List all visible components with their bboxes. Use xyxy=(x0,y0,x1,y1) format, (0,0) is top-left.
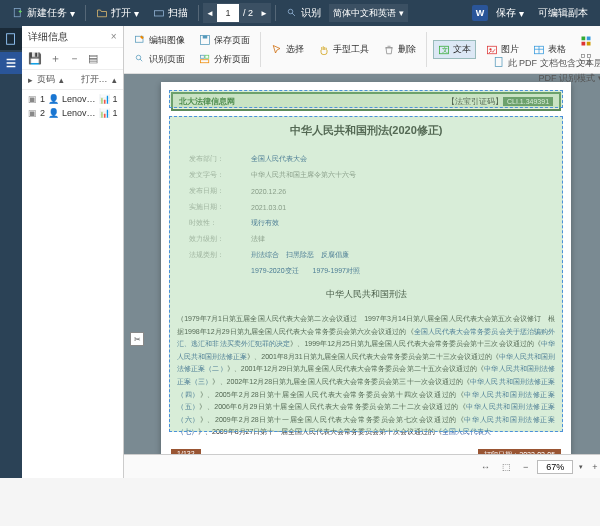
plus-doc-icon xyxy=(12,7,24,19)
text-area-button[interactable]: 文文本 xyxy=(433,40,476,59)
select-label: 选择 xyxy=(286,43,304,56)
list-icon xyxy=(4,56,18,70)
svg-rect-0 xyxy=(14,9,20,17)
delete-button[interactable]: 删除 xyxy=(379,41,420,58)
footer-date: 打印日期：2023-03-05 xyxy=(478,449,561,454)
prev-page-button[interactable]: ◄ xyxy=(203,9,217,18)
row-expand-icon: ▣ xyxy=(27,94,37,104)
order-icon xyxy=(580,35,592,47)
scanner-icon xyxy=(153,7,165,19)
order-button[interactable] xyxy=(576,33,596,49)
save-page-label: 保存页面 xyxy=(214,34,250,47)
pages-strip-button[interactable] xyxy=(0,28,22,50)
language-select[interactable]: 简体中文和英语 ▾ xyxy=(329,4,408,22)
svg-rect-24 xyxy=(495,58,502,67)
doc-icon xyxy=(493,56,505,68)
svg-point-14 xyxy=(489,48,491,50)
svg-rect-18 xyxy=(581,41,585,45)
trash-icon xyxy=(383,44,395,56)
zoom-in-button[interactable]: + xyxy=(589,462,600,472)
ocr-page-icon xyxy=(134,53,146,65)
doc-title: 中华人民共和国刑法(2020修正) xyxy=(171,123,561,138)
doc-footer: 1/132 打印日期：2023-03-05 xyxy=(171,449,561,454)
list-item[interactable]: ▣ 1 👤 Lenov… 📊 1 xyxy=(24,92,121,106)
row-num: 2 xyxy=(40,108,45,118)
status-bar: ↔ ⬚ − ▾ + xyxy=(124,454,600,478)
ocr-icon xyxy=(286,7,298,19)
analyze-label: 分析页面 xyxy=(214,53,250,66)
svg-rect-16 xyxy=(581,36,585,40)
svg-text:文: 文 xyxy=(441,46,447,53)
document-page: 北大法律信息网 【法宝引证码】CLI.1.349391 中华人民共和国刑法(20… xyxy=(161,82,571,454)
panel-subheader: ▸ 页码▴ 打开…▴ xyxy=(22,70,123,90)
new-task-button[interactable]: 新建任务 ▾ xyxy=(6,2,81,24)
panel-open-label[interactable]: 打开… xyxy=(81,73,108,86)
ocr-button[interactable]: 识别 xyxy=(280,2,327,24)
select-tool[interactable]: 选择 xyxy=(267,41,308,58)
title-bar: 新建任务 ▾ 打开 ▾ 扫描 ◄ / 2 ► 识别 简体中文和英语 ▾ W 保存… xyxy=(0,0,600,26)
svg-rect-10 xyxy=(200,60,208,63)
editable-label: 可编辑副本 xyxy=(538,6,588,20)
panel-save-icon[interactable]: 💾 xyxy=(28,52,42,65)
text-label: 文本 xyxy=(453,43,471,56)
panel-header: 详细信息 × xyxy=(22,26,123,48)
panel-pages-label: 页码 xyxy=(37,73,55,86)
save-button[interactable]: 保存 ▾ xyxy=(490,2,530,24)
editable-copy-button[interactable]: 可编辑副本 xyxy=(532,2,594,24)
edit-image-label: 编辑图像 xyxy=(149,34,185,47)
panel-expand-icon[interactable]: ▸ xyxy=(28,75,33,85)
svg-rect-8 xyxy=(200,55,204,58)
image-area-icon xyxy=(486,44,498,56)
analyze-icon xyxy=(199,53,211,65)
ocr-page-button[interactable]: 识别页面 xyxy=(130,51,189,68)
zoom-out-button[interactable]: − xyxy=(520,462,531,472)
list-strip-button[interactable] xyxy=(0,52,22,74)
hand-icon xyxy=(318,44,330,56)
save-label: 保存 xyxy=(496,6,516,20)
open-button[interactable]: 打开 ▾ xyxy=(90,2,145,24)
page-total: / 2 xyxy=(239,8,257,18)
next-page-button[interactable]: ► xyxy=(257,9,271,18)
row-num: 1 xyxy=(40,94,45,104)
hand-tool[interactable]: 手型工具 xyxy=(314,41,373,58)
doc-header: 北大法律信息网 【法宝引证码】CLI.1.349391 xyxy=(171,92,561,111)
panel-minus-icon[interactable]: － xyxy=(69,51,80,66)
footer-page: 1/132 xyxy=(171,449,201,454)
crop-handle-icon[interactable]: ✂ xyxy=(130,332,144,346)
detail-panel: 详细信息 × 💾 ＋ － ▤ ▸ 页码▴ 打开…▴ ▣ 1 👤 Lenov… 📊… xyxy=(22,26,124,478)
word-icon: W xyxy=(472,5,488,21)
zoom-input[interactable] xyxy=(537,460,573,474)
panel-title: 详细信息 xyxy=(28,30,68,44)
analyze-button[interactable]: 分析页面 xyxy=(195,51,254,68)
image-label: 图片 xyxy=(501,43,519,56)
edit-image-button[interactable]: 编辑图像 xyxy=(130,32,189,49)
doc-body: （1979年7月1日第五届全国人民代表大会第二次会议通过 1997年3月14日第… xyxy=(171,309,561,443)
cursor-icon xyxy=(271,44,283,56)
row-expand-icon: ▣ xyxy=(27,108,37,118)
panel-close-button[interactable]: × xyxy=(111,31,117,42)
fit-page-icon[interactable]: ⬚ xyxy=(499,462,514,472)
disk-icon xyxy=(199,34,211,46)
panel-plus-icon[interactable]: ＋ xyxy=(50,51,61,66)
page-input[interactable] xyxy=(217,4,239,22)
svg-rect-7 xyxy=(202,36,207,39)
scan-button[interactable]: 扫描 xyxy=(147,2,194,24)
page-control: ◄ / 2 ► xyxy=(203,3,271,23)
fit-width-icon[interactable]: ↔ xyxy=(478,462,493,472)
save-page-button[interactable]: 保存页面 xyxy=(195,32,254,49)
text-area-icon: 文 xyxy=(438,44,450,56)
ocr-page-label: 识别页面 xyxy=(149,53,185,66)
panel-toolbar: 💾 ＋ － ▤ xyxy=(22,48,123,70)
svg-rect-17 xyxy=(586,36,590,40)
table-area-icon xyxy=(533,44,545,56)
list-item[interactable]: ▣ 2 👤 Lenov… 📊 1 xyxy=(24,106,121,120)
page-viewer[interactable]: 北大法律信息网 【法宝引证码】CLI.1.349391 中华人民共和国刑法(20… xyxy=(124,74,600,454)
row-count: 1 xyxy=(113,94,118,104)
hand-label: 手型工具 xyxy=(333,43,369,56)
panel-menu-icon[interactable]: ▤ xyxy=(88,52,98,65)
toolbar: 编辑图像 识别页面 保存页面 分析页面 选择 手型工具 删除 文文本 图片 xyxy=(124,26,600,74)
scan-label: 扫描 xyxy=(168,6,188,20)
doc-code: 【法宝引证码】CLI.1.349391 xyxy=(447,96,553,107)
svg-rect-1 xyxy=(155,11,164,16)
svg-rect-3 xyxy=(7,34,15,45)
